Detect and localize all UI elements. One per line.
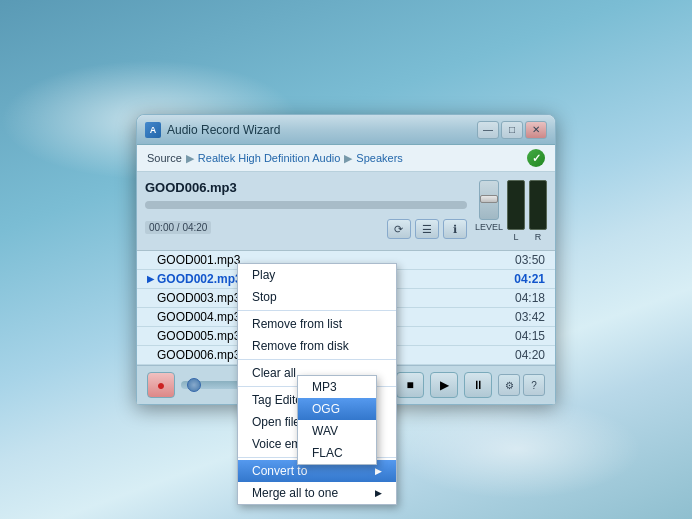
player-info-btn[interactable]: ℹ bbox=[443, 219, 467, 239]
title-bar-buttons: — □ ✕ bbox=[477, 121, 547, 139]
record-button[interactable]: ● bbox=[147, 372, 175, 398]
file-duration: 04:20 bbox=[515, 348, 545, 362]
submenu-item-1[interactable]: OGG bbox=[298, 398, 376, 420]
help-button[interactable]: ? bbox=[523, 374, 545, 396]
menu-separator bbox=[238, 359, 396, 360]
submenu-item-0[interactable]: MP3 bbox=[298, 376, 376, 398]
submenu-item-2[interactable]: WAV bbox=[298, 420, 376, 442]
file-duration: 04:21 bbox=[514, 272, 545, 286]
context-menu-item-1[interactable]: Stop bbox=[238, 286, 396, 308]
context-menu-item-0[interactable]: Play bbox=[238, 264, 396, 286]
vu-meters: LEVEL L R bbox=[475, 180, 547, 242]
breadcrumb-arrow-1: ▶ bbox=[186, 152, 194, 165]
file-duration: 03:42 bbox=[515, 310, 545, 324]
vu-level-knob[interactable] bbox=[479, 180, 499, 220]
breadcrumb-output[interactable]: Speakers bbox=[356, 152, 402, 164]
player-controls: ⟳ ☰ ℹ bbox=[387, 219, 467, 239]
submenu-arrow-icon: ▶ bbox=[375, 488, 382, 498]
player-playlist-btn[interactable]: ☰ bbox=[415, 219, 439, 239]
status-icon: ✓ bbox=[527, 149, 545, 167]
stop-button[interactable]: ■ bbox=[396, 372, 424, 398]
maximize-button[interactable]: □ bbox=[501, 121, 523, 139]
close-button[interactable]: ✕ bbox=[525, 121, 547, 139]
breadcrumb-device[interactable]: Realtek High Definition Audio bbox=[198, 152, 340, 164]
submenu-convert: MP3OGGWAVFLAC bbox=[297, 375, 377, 465]
menu-separator bbox=[238, 310, 396, 311]
minimize-button[interactable]: — bbox=[477, 121, 499, 139]
player-main: GOOD006.mp3 00:00 / 04:20 ⟳ ☰ ℹ bbox=[145, 180, 467, 242]
file-duration: 03:50 bbox=[515, 253, 545, 267]
file-duration: 04:15 bbox=[515, 329, 545, 343]
vu-level-col: LEVEL bbox=[475, 180, 503, 232]
bottom-icons: ⚙ ? bbox=[498, 374, 545, 396]
vu-r-label: R bbox=[535, 232, 542, 242]
breadcrumb-arrow-2: ▶ bbox=[344, 152, 352, 165]
breadcrumb-source: Source bbox=[147, 152, 182, 164]
submenu-item-3[interactable]: FLAC bbox=[298, 442, 376, 464]
vu-level-label: LEVEL bbox=[475, 222, 503, 232]
vu-meter-r bbox=[529, 180, 547, 230]
submenu-arrow-icon: ▶ bbox=[375, 466, 382, 476]
window-title: Audio Record Wizard bbox=[167, 123, 477, 137]
title-bar: A Audio Record Wizard — □ ✕ bbox=[137, 115, 555, 145]
main-window: A Audio Record Wizard — □ ✕ Source ▶ Rea… bbox=[136, 114, 556, 405]
options-button[interactable]: ⚙ bbox=[498, 374, 520, 396]
player-progress-bar[interactable] bbox=[145, 201, 467, 209]
seek-thumb bbox=[187, 378, 201, 392]
context-menu-item-3[interactable]: Remove from disk bbox=[238, 335, 396, 357]
vu-l-label: L bbox=[513, 232, 518, 242]
vu-l-col: L bbox=[507, 180, 525, 242]
vu-meter-l bbox=[507, 180, 525, 230]
player-loop-btn[interactable]: ⟳ bbox=[387, 219, 411, 239]
context-menu-item-2[interactable]: Remove from list bbox=[238, 313, 396, 335]
player-area: GOOD006.mp3 00:00 / 04:20 ⟳ ☰ ℹ bbox=[137, 172, 555, 251]
context-menu-item-9[interactable]: Merge all to one▶ bbox=[238, 482, 396, 504]
file-duration: 04:18 bbox=[515, 291, 545, 305]
vu-r-col: R bbox=[529, 180, 547, 242]
breadcrumb: Source ▶ Realtek High Definition Audio ▶… bbox=[137, 145, 555, 172]
pause-button[interactable]: ⏸ bbox=[464, 372, 492, 398]
play-button[interactable]: ▶ bbox=[430, 372, 458, 398]
player-time: 00:00 / 04:20 bbox=[145, 221, 211, 234]
play-indicator: ▶ bbox=[147, 274, 157, 284]
player-filename: GOOD006.mp3 bbox=[145, 180, 467, 195]
vu-level-thumb bbox=[480, 195, 498, 203]
app-icon: A bbox=[145, 122, 161, 138]
